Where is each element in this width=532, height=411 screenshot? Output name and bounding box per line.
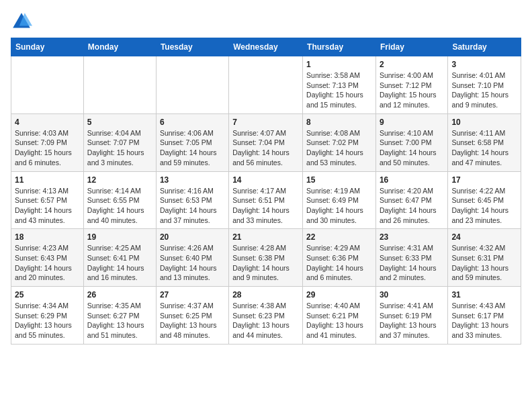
day-number: 31	[451, 290, 517, 300]
week-row-2: 4Sunrise: 4:03 AM Sunset: 7:09 PM Daylig…	[11, 113, 521, 171]
day-number: 2	[380, 60, 444, 69]
day-number: 3	[451, 60, 517, 69]
day-number: 4	[15, 118, 80, 127]
day-info: Sunrise: 4:40 AM Sunset: 6:21 PM Dayligh…	[306, 301, 372, 340]
weekday-header-monday: Monday	[83, 38, 156, 56]
day-number: 14	[232, 175, 299, 185]
day-info: Sunrise: 4:31 AM Sunset: 6:33 PM Dayligh…	[380, 243, 444, 283]
calendar-cell: 29Sunrise: 4:40 AM Sunset: 6:21 PM Dayli…	[303, 287, 376, 345]
calendar-cell: 11Sunrise: 4:13 AM Sunset: 6:57 PM Dayli…	[11, 171, 84, 229]
calendar-cell: 13Sunrise: 4:16 AM Sunset: 6:53 PM Dayli…	[156, 171, 228, 229]
calendar-cell: 18Sunrise: 4:23 AM Sunset: 6:43 PM Dayli…	[11, 229, 84, 287]
calendar-cell: 7Sunrise: 4:07 AM Sunset: 7:04 PM Daylig…	[229, 113, 303, 171]
day-number: 26	[87, 290, 152, 300]
day-info: Sunrise: 4:00 AM Sunset: 7:12 PM Dayligh…	[380, 71, 444, 110]
day-number: 20	[160, 232, 225, 242]
calendar-cell: 16Sunrise: 4:20 AM Sunset: 6:47 PM Dayli…	[375, 171, 447, 229]
weekday-header-friday: Friday	[375, 38, 447, 56]
day-number: 12	[87, 175, 152, 185]
day-info: Sunrise: 4:29 AM Sunset: 6:36 PM Dayligh…	[306, 243, 372, 283]
logo	[11, 11, 35, 32]
day-info: Sunrise: 4:26 AM Sunset: 6:40 PM Dayligh…	[160, 243, 225, 283]
calendar-cell: 31Sunrise: 4:43 AM Sunset: 6:17 PM Dayli…	[448, 287, 521, 345]
calendar-cell: 28Sunrise: 4:38 AM Sunset: 6:23 PM Dayli…	[229, 287, 303, 345]
calendar-cell: 19Sunrise: 4:25 AM Sunset: 6:41 PM Dayli…	[83, 229, 156, 287]
day-number: 24	[451, 232, 517, 242]
day-info: Sunrise: 4:01 AM Sunset: 7:10 PM Dayligh…	[451, 71, 517, 110]
day-number: 30	[380, 290, 444, 300]
day-info: Sunrise: 4:25 AM Sunset: 6:41 PM Dayligh…	[87, 243, 152, 283]
day-info: Sunrise: 4:11 AM Sunset: 6:58 PM Dayligh…	[451, 128, 517, 168]
calendar-cell: 24Sunrise: 4:32 AM Sunset: 6:31 PM Dayli…	[448, 229, 521, 287]
day-info: Sunrise: 4:34 AM Sunset: 6:29 PM Dayligh…	[15, 301, 80, 340]
day-number: 6	[160, 118, 225, 127]
day-number: 21	[232, 232, 299, 242]
calendar-cell	[11, 56, 84, 114]
calendar-cell: 27Sunrise: 4:37 AM Sunset: 6:25 PM Dayli…	[156, 287, 228, 345]
day-info: Sunrise: 4:16 AM Sunset: 6:53 PM Dayligh…	[160, 186, 225, 226]
day-number: 7	[232, 118, 299, 127]
day-info: Sunrise: 4:38 AM Sunset: 6:23 PM Dayligh…	[232, 301, 299, 340]
day-number: 29	[306, 290, 372, 300]
day-number: 5	[87, 118, 152, 127]
day-number: 23	[380, 232, 444, 242]
day-number: 18	[15, 232, 80, 242]
calendar-cell: 25Sunrise: 4:34 AM Sunset: 6:29 PM Dayli…	[11, 287, 84, 345]
day-info: Sunrise: 4:07 AM Sunset: 7:04 PM Dayligh…	[232, 128, 299, 168]
day-info: Sunrise: 4:23 AM Sunset: 6:43 PM Dayligh…	[15, 243, 80, 283]
calendar-cell: 10Sunrise: 4:11 AM Sunset: 6:58 PM Dayli…	[448, 113, 521, 171]
day-info: Sunrise: 4:03 AM Sunset: 7:09 PM Dayligh…	[15, 128, 80, 168]
day-number: 27	[160, 290, 225, 300]
calendar: SundayMondayTuesdayWednesdayThursdayFrid…	[11, 38, 521, 345]
calendar-cell: 22Sunrise: 4:29 AM Sunset: 6:36 PM Dayli…	[303, 229, 376, 287]
day-info: Sunrise: 4:19 AM Sunset: 6:49 PM Dayligh…	[306, 186, 372, 226]
logo-icon	[11, 11, 32, 32]
week-row-4: 18Sunrise: 4:23 AM Sunset: 6:43 PM Dayli…	[11, 229, 521, 287]
week-row-1: 1Sunrise: 3:58 AM Sunset: 7:13 PM Daylig…	[11, 56, 521, 114]
day-number: 19	[87, 232, 152, 242]
week-row-5: 25Sunrise: 4:34 AM Sunset: 6:29 PM Dayli…	[11, 287, 521, 345]
weekday-header-row: SundayMondayTuesdayWednesdayThursdayFrid…	[11, 38, 521, 56]
day-number: 9	[380, 118, 444, 127]
day-number: 1	[306, 60, 372, 69]
calendar-cell	[156, 56, 228, 114]
day-number: 22	[306, 232, 372, 242]
day-info: Sunrise: 4:20 AM Sunset: 6:47 PM Dayligh…	[380, 186, 444, 226]
day-info: Sunrise: 4:10 AM Sunset: 7:00 PM Dayligh…	[380, 128, 444, 168]
day-number: 16	[380, 175, 444, 185]
day-info: Sunrise: 4:04 AM Sunset: 7:07 PM Dayligh…	[87, 128, 152, 168]
weekday-header-sunday: Sunday	[11, 38, 84, 56]
day-number: 10	[451, 118, 517, 127]
calendar-cell: 20Sunrise: 4:26 AM Sunset: 6:40 PM Dayli…	[156, 229, 228, 287]
calendar-cell: 1Sunrise: 3:58 AM Sunset: 7:13 PM Daylig…	[303, 56, 376, 114]
day-number: 17	[451, 175, 517, 185]
weekday-header-tuesday: Tuesday	[156, 38, 228, 56]
calendar-cell: 2Sunrise: 4:00 AM Sunset: 7:12 PM Daylig…	[375, 56, 447, 114]
day-info: Sunrise: 4:17 AM Sunset: 6:51 PM Dayligh…	[232, 186, 299, 226]
calendar-cell: 26Sunrise: 4:35 AM Sunset: 6:27 PM Dayli…	[83, 287, 156, 345]
day-info: Sunrise: 4:41 AM Sunset: 6:19 PM Dayligh…	[380, 301, 444, 340]
calendar-cell: 21Sunrise: 4:28 AM Sunset: 6:38 PM Dayli…	[229, 229, 303, 287]
day-info: Sunrise: 4:32 AM Sunset: 6:31 PM Dayligh…	[451, 243, 517, 283]
day-number: 25	[15, 290, 80, 300]
day-info: Sunrise: 4:13 AM Sunset: 6:57 PM Dayligh…	[15, 186, 80, 226]
week-row-3: 11Sunrise: 4:13 AM Sunset: 6:57 PM Dayli…	[11, 171, 521, 229]
day-info: Sunrise: 4:43 AM Sunset: 6:17 PM Dayligh…	[451, 301, 517, 340]
calendar-cell: 9Sunrise: 4:10 AM Sunset: 7:00 PM Daylig…	[375, 113, 447, 171]
page-header	[11, 11, 521, 32]
calendar-cell: 3Sunrise: 4:01 AM Sunset: 7:10 PM Daylig…	[448, 56, 521, 114]
day-number: 28	[232, 290, 299, 300]
day-number: 11	[15, 175, 80, 185]
day-info: Sunrise: 4:28 AM Sunset: 6:38 PM Dayligh…	[232, 243, 299, 283]
calendar-cell: 17Sunrise: 4:22 AM Sunset: 6:45 PM Dayli…	[448, 171, 521, 229]
calendar-cell: 14Sunrise: 4:17 AM Sunset: 6:51 PM Dayli…	[229, 171, 303, 229]
day-info: Sunrise: 4:35 AM Sunset: 6:27 PM Dayligh…	[87, 301, 152, 340]
weekday-header-wednesday: Wednesday	[229, 38, 303, 56]
calendar-cell	[229, 56, 303, 114]
calendar-cell: 30Sunrise: 4:41 AM Sunset: 6:19 PM Dayli…	[375, 287, 447, 345]
calendar-cell: 4Sunrise: 4:03 AM Sunset: 7:09 PM Daylig…	[11, 113, 84, 171]
day-info: Sunrise: 4:14 AM Sunset: 6:55 PM Dayligh…	[87, 186, 152, 226]
calendar-cell: 15Sunrise: 4:19 AM Sunset: 6:49 PM Dayli…	[303, 171, 376, 229]
day-number: 8	[306, 118, 372, 127]
day-number: 13	[160, 175, 225, 185]
